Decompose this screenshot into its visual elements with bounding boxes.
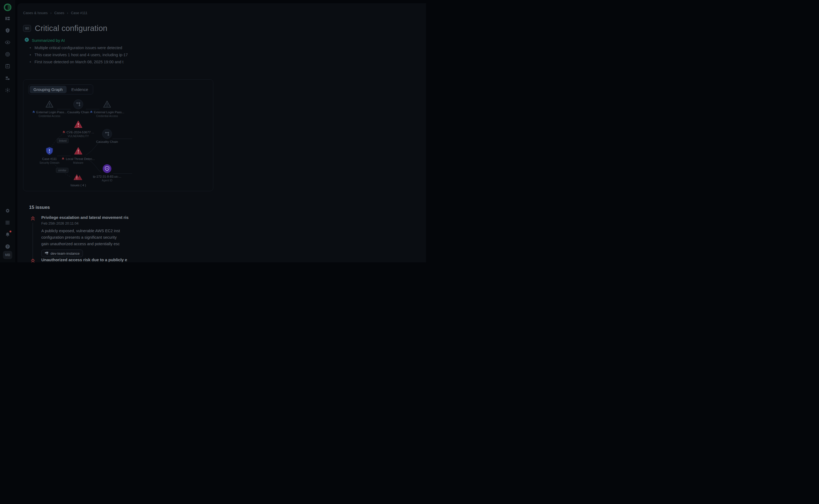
sidebar-boards-icon[interactable] <box>4 15 11 22</box>
case-title: Critical configuration <box>35 24 107 33</box>
graph-tab[interactable]: Evidence <box>68 86 92 93</box>
severity-chevrons-icon <box>90 111 93 114</box>
alert-red-icon <box>74 146 83 156</box>
graph-node-sublabel: Security Domain <box>39 161 59 164</box>
risk-score-badge: 90 <box>23 25 31 32</box>
sidebar-org-icon[interactable] <box>4 75 11 81</box>
asset-chip[interactable]: dev-team-instance <box>41 250 83 257</box>
sidebar-eye-icon[interactable] <box>4 39 11 46</box>
graph-tab[interactable]: Grouping Graph <box>30 86 67 93</box>
graph-node-label: Case #111 <box>42 157 57 160</box>
sidebar-help-icon[interactable]: ? <box>4 243 11 250</box>
graph-node[interactable]: Local Threat Detec...Malware <box>58 146 99 164</box>
issue-description: A publicly exposed, vulnerable AWS EC2 i… <box>41 228 204 247</box>
graph-node-sublabel: Credential Access <box>96 115 118 118</box>
svg-text:?: ? <box>7 245 9 248</box>
graph-node-label: Causality Chain <box>96 140 118 143</box>
edge-label: similar <box>56 168 68 173</box>
ai-summary-label: Summarized by AI <box>24 37 65 43</box>
severity-chevrons-icon <box>62 131 65 134</box>
graph-node-label: External Login Pass... <box>90 111 124 114</box>
issues-count: 15 issues <box>29 205 50 210</box>
severity-chevrons-icon <box>30 216 36 221</box>
severity-chevrons-icon <box>62 157 64 160</box>
app-root: ? MB Cases & Issues›Cases›Case #111 90 C… <box>0 0 426 262</box>
ai-summary-bullet: •First issue detected on March 08, 2025 … <box>30 58 198 65</box>
graph-tab-group: Grouping GraphEvidence <box>28 84 93 95</box>
breadcrumb-item[interactable]: Cases & Issues <box>23 11 48 15</box>
sidebar-target-icon[interactable] <box>4 51 11 58</box>
chain-icon <box>73 99 83 109</box>
breadcrumb-separator: › <box>50 11 51 15</box>
shield-case-icon <box>45 146 54 156</box>
monitor-icon <box>45 251 49 256</box>
severity-chevrons-icon <box>32 111 35 114</box>
issue-title: Unauthorized access risk due to a public… <box>41 257 204 262</box>
left-sidebar: ? MB <box>0 0 15 262</box>
sidebar-bell-icon[interactable] <box>4 231 11 238</box>
severity-chevrons-icon <box>30 258 36 262</box>
user-avatar[interactable]: MB <box>3 251 12 259</box>
grouping-graph-card: Grouping GraphEvidence External Login Pa… <box>23 79 213 191</box>
graph-node[interactable]: Issues ( 4 ) <box>58 172 99 187</box>
ai-summary-bullet: •Multiple critical configuration issues … <box>30 44 198 51</box>
issue-timestamp: Feb 25th 2026 20:11:04 <box>41 221 204 225</box>
notification-dot <box>10 231 11 232</box>
case-page-background: Cases & Issues›Cases›Case #111 90 Critic… <box>17 3 426 262</box>
sidebar-grid-icon[interactable] <box>4 219 11 226</box>
graph-node-label: Causality Chain <box>67 111 89 114</box>
graph-node-sublabel: Credential Access <box>39 115 60 118</box>
chain-icon <box>102 129 112 139</box>
graph-node-label: Local Threat Detec... <box>62 157 95 160</box>
sidebar-gear-icon[interactable] <box>4 207 11 214</box>
ai-summary-bullet: •This case involves 1 host and 4 users, … <box>30 51 198 58</box>
graph-node-sublabel: VULNERABILITY <box>68 135 89 138</box>
warning-outline-icon <box>102 99 112 109</box>
issue-item[interactable]: Unauthorized access risk due to a public… <box>30 257 204 262</box>
ai-rings-icon <box>24 37 29 43</box>
warning-outline-icon <box>45 99 54 109</box>
issue-title: Privilege escalation and lateral movemen… <box>41 215 204 220</box>
edge-label: linked <box>57 138 68 143</box>
sidebar-clipboard-icon[interactable] <box>4 63 11 70</box>
shield-agent-icon <box>102 164 112 174</box>
gem-logo-icon <box>4 3 12 11</box>
sidebar-shield-alert-icon[interactable] <box>4 27 11 34</box>
graph-node-sublabel: Malware <box>73 161 83 164</box>
breadcrumb-item[interactable]: Case #111 <box>71 11 87 15</box>
graph-node-label: Issues ( 4 ) <box>71 184 86 187</box>
graph-node[interactable]: External Login Pass...Credential Access <box>87 99 127 118</box>
issue-item[interactable]: Privilege escalation and lateral movemen… <box>30 215 204 257</box>
sidebar-hive-icon[interactable] <box>4 87 11 93</box>
alert-red-icon <box>74 119 83 129</box>
breadcrumb-separator: › <box>67 11 68 15</box>
alert-red-double-icon <box>74 172 83 182</box>
issue-connector-line <box>33 223 33 259</box>
breadcrumb-item[interactable]: Cases <box>54 11 64 15</box>
graph-node[interactable]: Causality Chain <box>87 129 127 143</box>
breadcrumb: Cases & Issues›Cases›Case #111 <box>23 11 87 15</box>
graph-node-sublabel: Agent ID <box>102 179 112 182</box>
